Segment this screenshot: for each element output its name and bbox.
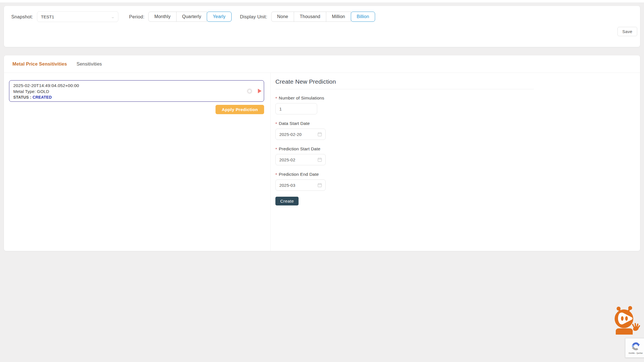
prediction-timestamp: 2025-02-20T14:49:04.052+00:00 — [13, 83, 260, 88]
calendar-icon — [317, 132, 322, 136]
field-label: * Prediction Start Date — [275, 146, 633, 151]
display-unit-option-billion[interactable]: Billion — [351, 12, 375, 22]
period-option-quarterly[interactable]: Quarterly — [176, 12, 207, 22]
period-option-monthly[interactable]: Monthly — [148, 12, 176, 22]
prediction-metal-type: Metal Type: GOLD — [13, 88, 260, 94]
apply-row: Apply Prediction — [9, 105, 264, 114]
apply-prediction-button[interactable]: Apply Prediction — [216, 105, 264, 114]
field-prediction-start-date: * Prediction Start Date 2025-02 — [275, 146, 633, 165]
period-option-yearly[interactable]: Yearly — [207, 12, 231, 22]
tab-content: 2025-02-20T14:49:04.052+00:00 Metal Type… — [4, 73, 640, 251]
data-start-date-picker[interactable]: 2025-02-20 — [275, 129, 326, 140]
snapshot-select[interactable]: TEST1 ⌄ — [37, 11, 118, 22]
recaptcha-icon — [631, 341, 641, 351]
prediction-card[interactable]: 2025-02-20T14:49:04.052+00:00 Metal Type… — [9, 80, 264, 102]
display-unit-segmented-control: None Thousand Million Billion — [271, 12, 375, 22]
data-start-value: 2025-02-20 — [279, 132, 302, 137]
calendar-icon — [317, 157, 322, 162]
chevron-down-icon: ⌄ — [111, 15, 115, 19]
simulations-input[interactable] — [275, 103, 317, 114]
loading-circle-icon — [247, 89, 252, 93]
display-unit-option-thousand[interactable]: Thousand — [294, 12, 326, 22]
calendar-icon — [317, 183, 322, 187]
play-icon[interactable] — [258, 89, 262, 93]
required-asterisk: * — [275, 96, 277, 101]
required-asterisk: * — [275, 147, 277, 151]
display-unit-option-million[interactable]: Million — [326, 12, 351, 22]
snapshot-label: Snapshot: — [11, 14, 33, 19]
robot-mascot-logo — [608, 301, 641, 335]
period-label: Period: — [129, 14, 144, 19]
required-asterisk: * — [275, 121, 277, 126]
pred-start-value: 2025-02 — [279, 157, 295, 162]
create-button[interactable]: Create — [275, 197, 299, 205]
pred-end-value: 2025-03 — [279, 183, 295, 188]
form-title: Create New Prediction — [275, 78, 633, 85]
period-segmented-control: Monthly Quarterly Yearly — [148, 12, 231, 22]
snapshot-control-panel: Snapshot: TEST1 ⌄ Period: Monthly Quarte… — [4, 6, 640, 47]
top-edge-strip — [0, 0, 644, 3]
prediction-start-date-picker[interactable]: 2025-02 — [275, 154, 326, 165]
field-label: * Number of Simulations — [275, 96, 633, 101]
sensitivities-panel: Metal Price Sensitivities Sensitivities … — [4, 55, 640, 251]
form-divider — [275, 89, 534, 89]
save-button[interactable]: Save — [617, 27, 637, 36]
simulations-label: Number of Simulations — [279, 96, 324, 101]
display-unit-option-none[interactable]: None — [271, 12, 294, 22]
predictions-list-column: 2025-02-20T14:49:04.052+00:00 Metal Type… — [4, 73, 271, 251]
field-label: * Prediction End Date — [275, 172, 633, 177]
tab-sensitivities[interactable]: Sensitivities — [77, 61, 102, 67]
data-start-label: Data Start Date — [279, 121, 310, 126]
metal-type-label: Metal Type: — [13, 89, 36, 94]
prediction-card-actions — [247, 89, 262, 93]
field-data-start-date: * Data Start Date 2025-02-20 — [275, 121, 633, 140]
prediction-status: STATUS : CREATED — [13, 94, 260, 100]
status-label: STATUS : — [13, 95, 31, 99]
tab-bar: Metal Price Sensitivities Sensitivities — [4, 55, 640, 73]
create-prediction-column: Create New Prediction * Number of Simula… — [271, 73, 640, 251]
controls-row: Snapshot: TEST1 ⌄ Period: Monthly Quarte… — [11, 11, 375, 22]
required-asterisk: * — [275, 172, 277, 177]
status-badge: CREATED — [32, 95, 52, 99]
recaptcha-privacy-terms[interactable]: Gizlilik - Şartlar — [628, 352, 643, 354]
prediction-end-date-picker[interactable]: 2025-03 — [275, 179, 326, 191]
field-prediction-end-date: * Prediction End Date 2025-03 — [275, 172, 633, 191]
metal-type-value: GOLD — [37, 89, 49, 94]
pred-end-label: Prediction End Date — [279, 172, 319, 177]
display-unit-label: Display Unit: — [240, 14, 267, 19]
tab-metal-price-sensitivities[interactable]: Metal Price Sensitivities — [12, 61, 67, 67]
snapshot-select-value: TEST1 — [41, 14, 54, 19]
field-label: * Data Start Date — [275, 121, 633, 126]
pred-start-label: Prediction Start Date — [279, 146, 320, 151]
field-number-of-simulations: * Number of Simulations — [275, 96, 633, 114]
recaptcha-badge[interactable]: Gizlilik - Şartlar — [625, 338, 644, 358]
